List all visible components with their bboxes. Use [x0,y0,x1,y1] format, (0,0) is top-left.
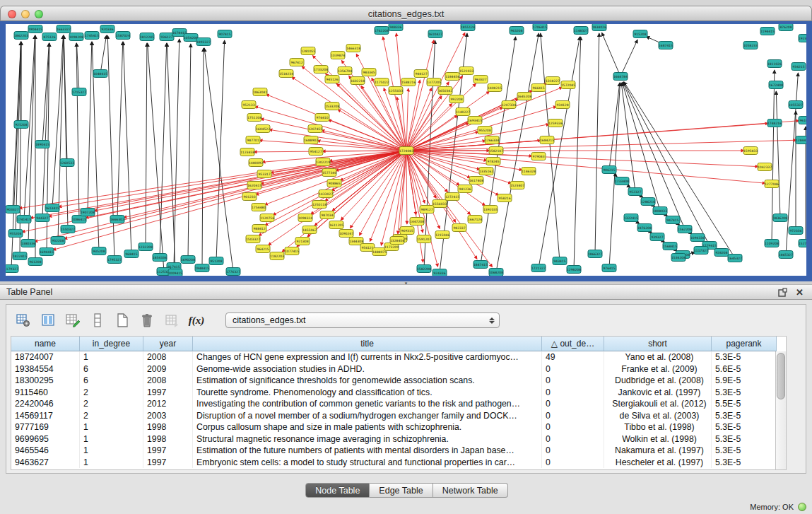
graph-node[interactable]: 1582208 [417,265,431,273]
graph-node[interactable]: 1055327 [789,101,803,109]
graph-node[interactable]: 1521033 [459,67,473,75]
graph-node[interactable]: 1058233 [743,42,758,49]
graph-node[interactable]: 934215 [792,63,806,71]
graph-node[interactable]: 976410 [315,114,329,122]
graph-node[interactable]: 920336 [100,25,114,33]
table-scrollbar[interactable] [775,351,786,469]
graph-node[interactable]: 1568415 [663,243,677,250]
graph-node[interactable]: 945126 [325,76,339,83]
graph-node[interactable]: 987034 [320,211,334,219]
graph-node[interactable]: 1255033 [389,87,403,95]
graph-node[interactable]: 1645208 [517,93,531,100]
graph-node[interactable]: 1260533 [60,159,74,167]
graph-node[interactable]: 1582107 [489,147,503,155]
graph-node[interactable]: 1721327 [531,264,546,272]
graph-node[interactable]: 1562208 [678,226,692,233]
graph-node[interactable]: 1684215 [540,136,554,144]
table-row[interactable]: 1938455462009Genome-wide association stu… [11,363,786,375]
graph-node[interactable]: 934128 [555,101,570,109]
graph-node[interactable]: 1250118 [312,201,326,209]
network-canvas[interactable]: 1863041952133175120816045229877011123458… [6,24,806,276]
graph-node[interactable]: 935208 [92,247,106,255]
graph-node[interactable]: 1715327 [72,88,86,96]
graph-node[interactable]: 951208 [209,257,223,265]
graph-node[interactable]: 1503327 [246,235,260,243]
graph-node[interactable]: 944327 [35,214,49,222]
graph-node[interactable]: 1762208 [375,27,389,35]
graph-node[interactable]: 1611205 [329,221,343,229]
graph-node[interactable]: 1175022 [375,78,389,86]
graph-node[interactable]: 1890415 [35,141,49,148]
graph-node[interactable]: 1182203 [270,252,284,260]
graph-node[interactable]: 1866327 [588,250,602,258]
graph-node[interactable]: 875126 [42,33,57,41]
graph-node[interactable]: 1687415 [659,42,673,49]
graph-node[interactable]: 1812245 [140,33,154,41]
graph-node[interactable]: 1948415 [195,264,209,272]
graph-node[interactable]: 1855124 [461,24,475,31]
graph-node[interactable]: 932208 [51,237,65,245]
graph-node[interactable]: 1480092 [249,159,263,167]
graph-node[interactable]: 958216 [498,194,512,202]
graph-node[interactable]: 1693415 [468,117,482,124]
graph-node[interactable]: 1688902 [304,136,318,144]
graph-node[interactable]: 955208 [478,127,492,134]
graph-node[interactable]: 1277046 [765,180,779,188]
graph-node[interactable]: 953317 [257,170,271,178]
memory-ok-indicator[interactable] [798,503,806,511]
tab-edge-table[interactable]: Edge Table [370,483,433,498]
table-row[interactable]: 1872400712008Changes of HCN gene express… [11,351,786,363]
graph-node[interactable]: 1284415 [796,136,806,144]
graph-node[interactable]: 1672408 [769,81,783,89]
graph-node[interactable]: 1194415 [760,28,775,35]
graph-node[interactable]: 1694415 [40,248,54,256]
graph-node[interactable]: 1098324 [298,214,312,222]
graph-node[interactable]: 1572045 [561,81,575,89]
graph-node[interactable]: 1272415 [445,193,459,201]
graph-node[interactable]: 1733408 [615,177,629,185]
graph-node[interactable]: 1377205 [427,78,441,86]
graph-node[interactable]: 939327 [650,233,664,241]
graph-node[interactable]: 1179327 [6,265,18,273]
graph-node[interactable]: 952133 [242,101,256,109]
graph-node[interactable]: 928208 [714,249,729,257]
graph-node[interactable]: 963327 [473,76,488,83]
window-titlebar[interactable]: citations_edges.txt [0,6,812,21]
graph-node[interactable]: 1923327 [799,35,806,42]
graph-node[interactable]: 1518234 [279,70,293,78]
graph-node[interactable]: 921308 [295,238,310,245]
graph-node[interactable]: 1039874 [331,52,345,59]
table-row[interactable]: 2242004622012Investigating the contribut… [11,398,786,410]
graph-node[interactable]: 941236 [458,185,472,193]
graph-node[interactable]: 1433027 [319,190,333,198]
graph-node[interactable]: 1663327 [57,25,71,33]
graph-node[interactable]: 907415 [218,30,232,38]
graph-node[interactable]: 1587024 [116,32,130,40]
graph-node[interactable]: 988412 [252,225,266,233]
graph-node[interactable]: 1146328 [522,168,536,175]
graph-node[interactable]: 1865327 [779,251,793,259]
graph-node[interactable]: 1733208 [314,66,328,74]
table-row[interactable]: 946554611997Estimation of the future num… [11,445,786,457]
graph-node[interactable]: 1466318 [346,45,360,52]
graph-node[interactable]: 1077415 [285,247,299,255]
graph-node[interactable]: 1335162 [479,168,493,175]
graph-node[interactable]: 968415 [124,250,139,258]
delete-table-button[interactable] [139,312,155,329]
column-header-out_de[interactable]: △ out_de… [542,337,604,351]
graph-node[interactable]: 963208 [510,27,524,35]
graph-node[interactable]: 1447208 [410,218,424,226]
graph-node[interactable]: 1863041 [253,88,267,96]
graph-node[interactable]: 982337 [452,224,466,232]
table-row[interactable]: 977716911998Corpus callosum shape and si… [11,421,786,433]
graph-node[interactable]: 1745415 [85,32,99,40]
graph-node[interactable]: 1650342 [438,87,452,95]
graph-node[interactable]: 1215046 [435,231,449,239]
graph-node[interactable]: 1318227 [546,77,560,85]
graph-node[interactable]: 1286216 [641,198,655,206]
graph-node[interactable]: 1281055 [301,47,315,55]
graph-node[interactable]: 948336 [389,24,403,31]
graph-node[interactable]: 1392035 [483,206,498,214]
graph-node[interactable]: 1533208 [325,103,339,110]
graph-node[interactable]: 1527415 [799,240,806,247]
